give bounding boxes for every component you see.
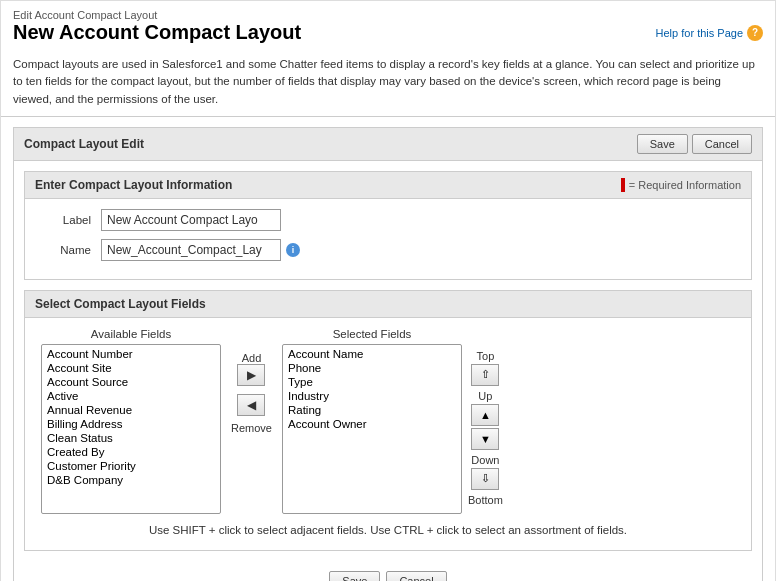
compact-layout-edit-title: Compact Layout Edit: [24, 137, 144, 151]
help-link-text: Help for this Page: [656, 27, 743, 39]
available-field-option[interactable]: Created By: [42, 445, 220, 459]
bottom-label: Bottom: [468, 494, 503, 506]
down-button[interactable]: ▼: [471, 428, 499, 450]
enter-info-title: Enter Compact Layout Information: [35, 178, 232, 192]
name-field-label: Name: [41, 244, 101, 256]
name-info-icon[interactable]: i: [286, 243, 300, 257]
label-input[interactable]: [101, 209, 281, 231]
label-field-label: Label: [41, 214, 101, 226]
available-field-option[interactable]: Active: [42, 389, 220, 403]
select-fields-panel: Select Compact Layout Fields Available F…: [24, 290, 752, 551]
up-button[interactable]: ▲: [471, 404, 499, 426]
selected-field-option[interactable]: Account Name: [283, 347, 461, 361]
selected-fields-label: Selected Fields: [333, 328, 412, 340]
breadcrumb: Edit Account Compact Layout: [13, 9, 157, 21]
available-field-option[interactable]: Account Source: [42, 375, 220, 389]
available-field-option[interactable]: D&B Company: [42, 473, 220, 487]
label-row: Label: [41, 209, 735, 231]
available-fields-column: Available Fields Account Number Account …: [41, 328, 221, 514]
fields-section: Available Fields Account Number Account …: [25, 318, 751, 550]
bottom-buttons: Save Cancel: [14, 561, 762, 581]
name-input[interactable]: [101, 239, 281, 261]
page-title: New Account Compact Layout: [13, 21, 301, 44]
compact-layout-edit-header: Compact Layout Edit Save Cancel: [14, 128, 762, 161]
cancel-button-top[interactable]: Cancel: [692, 134, 752, 154]
add-remove-column: Add ▶ ◀ Remove: [221, 348, 282, 434]
available-field-option[interactable]: Clean Status: [42, 431, 220, 445]
select-fields-title: Select Compact Layout Fields: [35, 297, 206, 311]
top-label: Top: [477, 350, 495, 362]
enter-info-header: Enter Compact Layout Information = Requi…: [25, 172, 751, 199]
name-row: Name i: [41, 239, 735, 261]
save-button-top[interactable]: Save: [637, 134, 688, 154]
required-bar: [621, 178, 625, 192]
enter-info-panel: Enter Compact Layout Information = Requi…: [24, 171, 752, 280]
selected-field-option[interactable]: Account Owner: [283, 417, 461, 431]
available-field-option[interactable]: Account Site: [42, 361, 220, 375]
up-label: Up: [478, 390, 492, 402]
selected-field-option[interactable]: Industry: [283, 389, 461, 403]
save-button-bottom[interactable]: Save: [329, 571, 380, 581]
bottom-button[interactable]: ⇩: [471, 468, 499, 490]
help-link[interactable]: Help for this Page ?: [656, 25, 763, 41]
available-field-option[interactable]: Annual Revenue: [42, 403, 220, 417]
down-label: Down: [471, 454, 499, 466]
available-field-option[interactable]: Account Number: [42, 347, 220, 361]
selected-fields-column: Selected Fields Account Name Phone Type …: [282, 328, 462, 514]
selected-field-option[interactable]: Phone: [283, 361, 461, 375]
add-label: Add: [242, 352, 262, 364]
compact-layout-edit-panel: Compact Layout Edit Save Cancel Enter Co…: [13, 127, 763, 581]
remove-button[interactable]: ◀: [237, 394, 265, 416]
form-section: Label Name i: [25, 199, 751, 279]
required-label: = Required Information: [629, 179, 741, 191]
required-info: = Required Information: [621, 178, 741, 192]
help-icon: ?: [747, 25, 763, 41]
add-button[interactable]: ▶: [237, 364, 265, 386]
available-fields-list[interactable]: Account Number Account Site Account Sour…: [41, 344, 221, 514]
top-button[interactable]: ⇧: [471, 364, 499, 386]
remove-label: Remove: [231, 422, 272, 434]
available-field-option[interactable]: Billing Address: [42, 417, 220, 431]
select-fields-header: Select Compact Layout Fields: [25, 291, 751, 318]
fields-layout: Available Fields Account Number Account …: [41, 328, 735, 514]
selected-fields-list[interactable]: Account Name Phone Type Industry Rating …: [282, 344, 462, 514]
selected-field-option[interactable]: Rating: [283, 403, 461, 417]
order-buttons-column: Top ⇧ Up ▲ ▼ Down ⇩ Bottom: [462, 348, 503, 508]
cancel-button-bottom[interactable]: Cancel: [386, 571, 446, 581]
available-fields-label: Available Fields: [91, 328, 171, 340]
selected-field-option[interactable]: Type: [283, 375, 461, 389]
toolbar-buttons: Save Cancel: [637, 134, 752, 154]
hint-text: Use SHIFT + click to select adjacent fie…: [41, 524, 735, 536]
available-field-option[interactable]: Customer Priority: [42, 459, 220, 473]
description-text: Compact layouts are used in Salesforce1 …: [13, 58, 755, 105]
